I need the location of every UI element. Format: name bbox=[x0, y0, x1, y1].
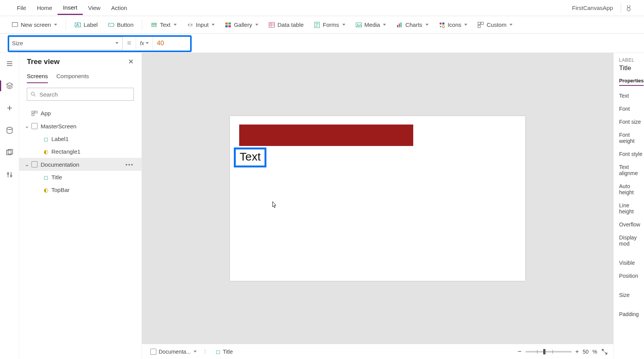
button-button[interactable]: Button bbox=[104, 20, 137, 30]
tree-item-rectangle1[interactable]: ◐ Rectangle1 bbox=[19, 145, 141, 158]
formula-bar: Size = fx 40 bbox=[0, 34, 644, 53]
screen-icon bbox=[31, 123, 38, 129]
prop-line-height[interactable]: Line height bbox=[619, 202, 644, 215]
topbar-rectangle[interactable] bbox=[239, 125, 413, 146]
icons-menu[interactable]: Icons bbox=[435, 20, 472, 30]
label-icon: ◻ bbox=[44, 136, 48, 142]
svg-point-29 bbox=[31, 92, 34, 95]
rail-advanced[interactable] bbox=[3, 168, 16, 182]
close-tree-button[interactable]: ✕ bbox=[128, 57, 134, 66]
svg-rect-10 bbox=[228, 25, 231, 27]
prop-overflow[interactable]: Overflow bbox=[619, 221, 644, 228]
prop-padding[interactable]: Padding bbox=[619, 311, 644, 317]
breadcrumb-screen[interactable]: Documenta... bbox=[147, 347, 200, 356]
control-name-label: Title bbox=[619, 64, 644, 72]
tree-item-label: MasterScreen bbox=[41, 123, 76, 130]
prop-font-weight[interactable]: Font weight bbox=[619, 132, 644, 144]
new-screen-button[interactable]: New screen bbox=[8, 20, 61, 30]
prop-position[interactable]: Position bbox=[619, 273, 644, 279]
tree-item-title[interactable]: ◻ Title bbox=[19, 171, 141, 184]
svg-rect-22 bbox=[481, 22, 483, 24]
left-rail bbox=[0, 53, 19, 359]
tree-item-label1[interactable]: ◻ Label1 bbox=[19, 133, 141, 145]
prop-font-style[interactable]: Font style bbox=[619, 151, 644, 157]
svg-point-24 bbox=[7, 127, 12, 130]
zoom-out-button[interactable]: − bbox=[518, 348, 522, 356]
tree-search-box[interactable] bbox=[27, 88, 134, 101]
menu-action[interactable]: Action bbox=[106, 2, 133, 14]
canvas-screen[interactable]: Text bbox=[230, 116, 525, 281]
zoom-unit: % bbox=[593, 349, 597, 355]
prop-display-mode[interactable]: Display mod bbox=[619, 234, 644, 247]
menu-home[interactable]: Home bbox=[31, 2, 58, 14]
tree-item-documentation[interactable]: Documentation ••• bbox=[19, 158, 141, 171]
custom-menu[interactable]: Custom bbox=[473, 20, 516, 30]
forms-icon bbox=[314, 21, 320, 28]
custom-menu-label: Custom bbox=[486, 21, 506, 28]
prop-text[interactable]: Text bbox=[619, 93, 644, 99]
property-selector-value: Size bbox=[12, 40, 23, 46]
menu-file[interactable]: File bbox=[12, 2, 31, 14]
input-menu[interactable]: Input bbox=[183, 20, 219, 30]
gallery-menu[interactable]: Gallery bbox=[221, 20, 262, 30]
rail-data[interactable] bbox=[3, 123, 16, 137]
new-screen-label: New screen bbox=[21, 21, 51, 28]
tree-item-app[interactable]: App bbox=[19, 107, 141, 120]
menu-view[interactable]: View bbox=[83, 2, 106, 14]
svg-rect-19 bbox=[442, 22, 444, 24]
tab-components[interactable]: Components bbox=[56, 70, 89, 83]
title-label-control[interactable]: Text bbox=[234, 148, 266, 167]
cursor-icon bbox=[272, 201, 278, 208]
data-table-icon bbox=[268, 21, 275, 28]
prop-auto-height[interactable]: Auto height bbox=[619, 183, 644, 195]
screen-icon bbox=[12, 21, 18, 28]
prop-size[interactable]: Size bbox=[619, 292, 644, 298]
media-menu[interactable]: Media bbox=[352, 20, 390, 30]
chevron-down-icon bbox=[464, 24, 467, 26]
data-table-button[interactable]: Data table bbox=[264, 20, 307, 30]
tab-screens[interactable]: Screens bbox=[27, 70, 48, 83]
input-icon bbox=[187, 21, 194, 28]
tree-item-label: App bbox=[41, 110, 51, 116]
app-checker-icon[interactable] bbox=[625, 4, 632, 12]
forms-menu[interactable]: Forms bbox=[310, 20, 349, 30]
tree-item-masterscreen[interactable]: MasterScreen bbox=[19, 120, 141, 133]
rail-tree-view[interactable] bbox=[3, 79, 16, 93]
chevron-down-icon[interactable] bbox=[25, 161, 28, 168]
chevron-down-icon bbox=[509, 24, 513, 26]
formula-input[interactable]: 40 bbox=[153, 37, 176, 50]
properties-panel: LABEL Title Properties Text Font Font si… bbox=[613, 53, 644, 359]
prop-font[interactable]: Font bbox=[619, 106, 644, 112]
rail-media[interactable] bbox=[3, 146, 16, 159]
canvas-stage[interactable]: Text bbox=[142, 53, 613, 344]
text-menu[interactable]: Abc Text bbox=[147, 20, 181, 30]
svg-rect-8 bbox=[228, 22, 231, 24]
zoom-controls: − + 50 % bbox=[518, 348, 608, 356]
prop-visible[interactable]: Visible bbox=[619, 260, 644, 266]
menu-insert[interactable]: Insert bbox=[58, 1, 83, 15]
prop-font-size[interactable]: Font size bbox=[619, 119, 644, 125]
breadcrumb-control[interactable]: ◻ Title bbox=[213, 347, 236, 356]
tree-item-label: TopBar bbox=[51, 187, 70, 193]
tree-search-input[interactable] bbox=[39, 91, 130, 98]
zoom-in-button[interactable]: + bbox=[575, 348, 579, 355]
rail-insert[interactable] bbox=[3, 101, 16, 115]
properties-tab[interactable]: Properties bbox=[619, 78, 644, 86]
chevron-down-icon bbox=[174, 24, 177, 26]
charts-menu-label: Charts bbox=[405, 21, 422, 28]
property-selector[interactable]: Size bbox=[8, 37, 123, 50]
more-options-button[interactable]: ••• bbox=[125, 161, 138, 168]
label-button[interactable]: Label bbox=[71, 20, 102, 30]
rail-hamburger[interactable] bbox=[3, 57, 16, 70]
fx-button[interactable]: fx bbox=[136, 37, 153, 50]
prop-text-alignment[interactable]: Text alignme bbox=[619, 164, 644, 176]
button-button-text: Button bbox=[117, 21, 133, 28]
zoom-value: 50 bbox=[583, 349, 589, 355]
chevron-down-icon[interactable] bbox=[25, 123, 28, 130]
zoom-slider[interactable] bbox=[526, 351, 572, 352]
charts-menu[interactable]: Charts bbox=[392, 20, 432, 30]
tree-item-topbar[interactable]: ◐ TopBar bbox=[19, 184, 141, 196]
zoom-thumb[interactable] bbox=[543, 349, 545, 354]
fit-to-screen-button[interactable] bbox=[601, 348, 608, 355]
breadcrumb-control-label: Title bbox=[223, 349, 233, 355]
